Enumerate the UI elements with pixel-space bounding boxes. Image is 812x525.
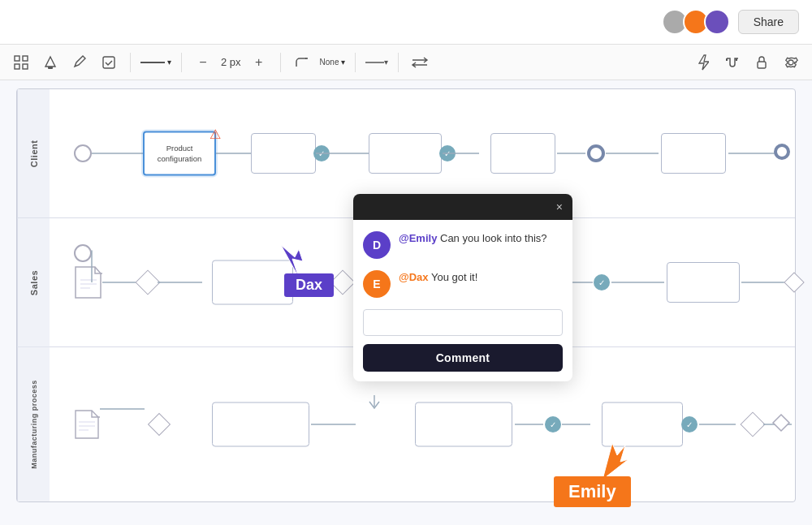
separator-4 [355,53,356,72]
sales-arrow-v [92,218,140,346]
pen-icon[interactable] [68,51,91,74]
popup-body: D @Emily Can you look into this? E @Dax … [353,220,572,381]
grid-icon[interactable] [10,51,32,74]
check-mfg-2: ✓ [545,416,561,432]
fill-icon[interactable] [39,51,62,74]
svg-rect-2 [15,64,19,69]
dax-label: Dax [284,273,334,297]
start-event-client[interactable] [74,144,92,162]
settings-icon[interactable] [780,51,802,74]
avatar-purple [704,9,730,35]
sales-far-box[interactable] [667,262,740,303]
plus-icon[interactable]: + [248,51,270,74]
separator-5 [398,53,399,72]
sales-label: Sales [17,218,50,346]
check-sales-2: ✓ [594,274,610,290]
minus-icon[interactable]: − [192,51,214,74]
client-label: Client [17,89,50,217]
comment-popup: × D @Emily Can you look into this? E @Da… [353,194,572,381]
mfg-end-diamond[interactable] [771,413,791,436]
end-event-client[interactable] [587,144,605,162]
mfg-doc[interactable] [74,409,100,440]
collaborator-avatars [662,9,730,35]
product-config-box[interactable]: Productconfiguration ⚠ [143,131,216,176]
comment-input[interactable] [363,309,563,336]
connection-style-dropdown[interactable]: None ▾ [320,58,346,67]
comment-text-dax: @Emily Can you look into this? [399,231,547,246]
comment-body-emily: You got it! [431,271,477,283]
client-end-circle [774,144,793,163]
corner-icon[interactable] [291,51,313,74]
client-mid-box[interactable] [251,133,316,174]
mfg-box-2[interactable] [415,402,512,447]
svg-rect-11 [758,62,766,68]
diamond-mfg[interactable] [148,413,171,436]
sales-circle[interactable] [74,244,92,262]
separator-1 [130,53,131,72]
checkbox-icon[interactable] [97,51,120,74]
svg-rect-3 [23,64,28,69]
sales-arrow-2 [158,218,214,346]
svg-rect-5 [103,57,114,68]
avatar-dax: D [363,231,391,259]
canvas: Client Productconfiguration ⚠ [0,80,812,525]
lightning-icon[interactable] [692,51,715,74]
mention-dax: @Dax [399,271,429,283]
client-far-box[interactable] [490,133,555,174]
comment-text-emily: @Dax You got it! [399,270,477,285]
check-mfg-3: ✓ [681,416,698,432]
comment-emily: E @Dax You got it! [363,270,563,298]
mfg-arrow-down [366,394,382,410]
comment-dax: D @Emily Can you look into this? [363,231,563,259]
client-end-box[interactable] [661,133,726,174]
lock-icon[interactable] [750,51,773,74]
arrow-direction-icon[interactable]: ▾ [365,51,388,74]
line-style-dropdown[interactable]: ▾ [140,58,171,67]
manufacturing-label: Manufacturing process [17,347,50,501]
popup-header: × [353,194,572,220]
magnet-icon[interactable] [721,51,744,74]
topbar: Share [0,0,812,45]
mfg-box-1[interactable] [212,402,309,447]
client-right-box[interactable] [369,133,442,174]
close-button[interactable]: × [556,200,563,213]
emily-label: Emily [554,476,631,507]
svg-rect-0 [15,56,19,61]
separator-2 [181,53,182,72]
toolbar: ▾ − 2 px + None ▾ ▾ [0,45,812,80]
share-button[interactable]: Share [738,10,799,34]
mention-emily: @Emily [399,232,437,244]
comment-button[interactable]: Comment [363,344,563,372]
line-width-label: 2 px [221,56,241,68]
comment-body-dax: Can you look into this? [440,232,547,244]
avatar-emily-comment: E [363,270,391,298]
svg-rect-1 [23,56,28,61]
separator-3 [280,53,281,72]
mfg-arrow-1 [100,347,149,501]
swap-icon[interactable] [408,51,431,74]
svg-rect-4 [48,67,53,69]
